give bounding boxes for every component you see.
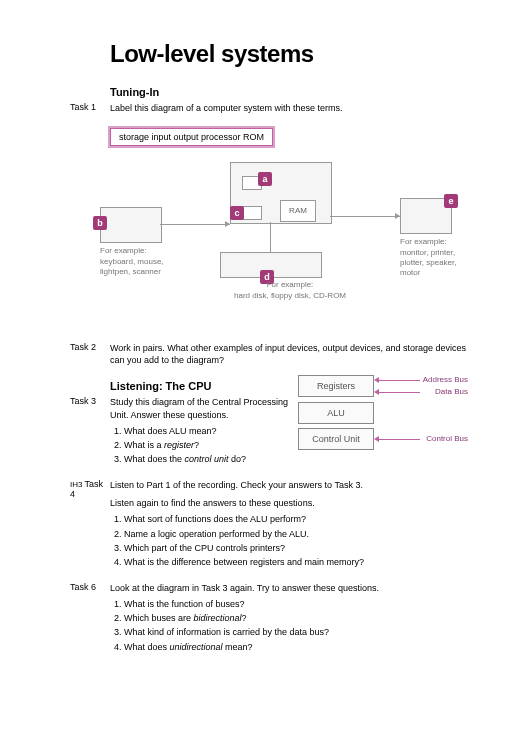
task4-label: IH3Task 4 — [70, 479, 110, 574]
computer-system-diagram: CPU RAM a b c d e For example: keyboard,… — [100, 162, 468, 332]
ram-box: RAM — [280, 200, 316, 222]
box-c — [242, 206, 262, 220]
task1-text: Label this diagram of a computer system … — [110, 102, 468, 114]
address-bus: Address Bus — [374, 374, 468, 386]
badge-e: e — [444, 194, 458, 208]
badge-c: c — [230, 206, 244, 220]
connector — [160, 224, 230, 225]
control-bus: Control Bus — [374, 433, 468, 445]
task3-text: Study this diagram of the Central Proces… — [110, 396, 294, 420]
task4-body: Listen to Part 1 of the recording. Check… — [110, 479, 468, 574]
badge-b: b — [93, 216, 107, 230]
task6-q2: Which buses are bidirectional? — [124, 612, 468, 624]
task4-q4: What is the difference between registers… — [124, 556, 468, 568]
page-title: Low-level systems — [110, 40, 468, 68]
arrow-icon — [225, 221, 230, 227]
task6-body: Look at the diagram in Task 3 again. Try… — [110, 582, 468, 659]
cpu-diagram: Registers Address Bus Data Bus ALU Contr… — [298, 374, 468, 454]
task1-label: Task 1 — [70, 102, 110, 114]
section-tuning-in: Tuning-In — [110, 86, 468, 98]
caption-input: For example: keyboard, mouse, lightpen, … — [100, 246, 170, 277]
arrow-icon — [395, 213, 400, 219]
terms-box: storage input output processor ROM — [110, 128, 273, 146]
caption-output: For example: monitor, printer, plotter, … — [400, 237, 470, 279]
task2-text: Work in pairs. What other examples of in… — [110, 342, 468, 366]
task3-q2: What is a register? — [124, 439, 294, 451]
control-unit-box: Control Unit — [298, 428, 374, 450]
task4-q1: What sort of functions does the ALU perf… — [124, 513, 468, 525]
task4-text2: Listen again to find the answers to thes… — [110, 497, 468, 509]
task3-q1: What does ALU mean? — [124, 425, 294, 437]
task6-intro: Look at the diagram in Task 3 again. Try… — [110, 582, 468, 594]
task4-q2: Name a logic operation performed by the … — [124, 528, 468, 540]
task4-q3: Which part of the CPU controls printers? — [124, 542, 468, 554]
task3-q3: What does the control unit do? — [124, 453, 294, 465]
task3-label: Task 3 — [70, 396, 110, 471]
task3-body: Study this diagram of the Central Proces… — [110, 396, 294, 471]
caption-storage: For example: hard disk, floppy disk, CD-… — [220, 280, 360, 301]
connector — [330, 216, 400, 217]
task6-label: Task 6 — [70, 582, 110, 659]
task4-text1: Listen to Part 1 of the recording. Check… — [110, 479, 468, 491]
input-box — [100, 207, 162, 243]
task6-q3: What kind of information is carried by t… — [124, 626, 468, 638]
badge-a: a — [258, 172, 272, 186]
task6-q1: What is the function of buses? — [124, 598, 468, 610]
task2-label: Task 2 — [70, 342, 110, 366]
alu-box: ALU — [298, 402, 374, 424]
section-listening: Listening: The CPU — [110, 380, 294, 392]
connector — [270, 222, 271, 252]
data-bus: Data Bus — [374, 386, 468, 398]
registers-box: Registers — [298, 375, 374, 397]
task6-q4: What does unidirectional mean? — [124, 641, 468, 653]
